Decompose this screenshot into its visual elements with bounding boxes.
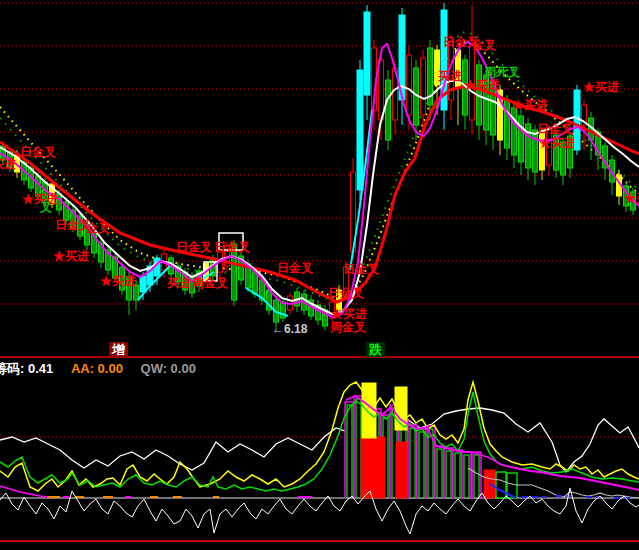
chart-canvas[interactable]	[0, 0, 639, 550]
chip-value-label: 筹码: 0.41	[0, 361, 53, 376]
trading-app-screen: 日金叉买进★买进叉日金叉金叉★买进★买进日金叉日金叉买进周金叉日金叉日金叉日金叉…	[0, 0, 639, 550]
increase-label: 增	[109, 342, 128, 357]
fall-label: 跌	[366, 342, 385, 357]
qw-value-label: QW: 0.00	[141, 361, 196, 376]
aa-value-label: AA: 0.00	[71, 361, 123, 376]
indicator-status-bar: 筹码: 0.41 AA: 0.00 QW: 0.00	[0, 359, 639, 378]
